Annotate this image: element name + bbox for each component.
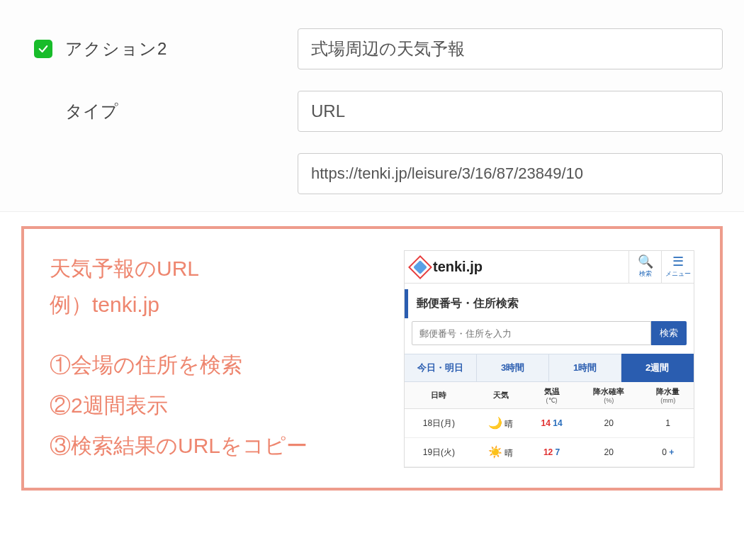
input-action-title[interactable] <box>298 28 723 69</box>
step-3: ③検索結果のURLをコピー <box>50 427 404 464</box>
table-header-row: 日時 天気 気温 (℃) 降水確率 (%) 降水量 (mm) <box>405 382 694 409</box>
cell-precip: 1 <box>642 409 694 438</box>
checkbox-action2[interactable] <box>34 40 52 58</box>
tenki-brand-text: tenki.jp <box>433 259 483 275</box>
menu-icon-button[interactable]: ☰ メニュー <box>661 251 694 283</box>
th-pop: 降水確率 (%) <box>575 382 642 409</box>
input-url[interactable] <box>298 153 723 194</box>
search-icon-button[interactable]: 🔍 検索 <box>629 251 661 283</box>
temp-high: 12 <box>543 447 553 457</box>
tab-2week[interactable]: 2週間 <box>621 354 694 382</box>
heading-line1: 天気予報のURL <box>50 250 404 286</box>
tenki-tabs: 今日・明日 3時間 1時間 2週間 <box>405 354 694 382</box>
tenki-preview: tenki.jp 🔍 検索 ☰ メニュー 郵便番号・住所検索 検索 今日・明日 … <box>404 250 694 468</box>
cell-weather: ☀️ 晴 <box>473 438 528 467</box>
th-weather: 天気 <box>473 382 528 409</box>
tenki-logo[interactable]: tenki.jp <box>405 251 629 283</box>
step-2: ②2週間表示 <box>50 387 404 423</box>
row-action: アクション2 <box>21 28 723 69</box>
cell-pop: 20 <box>575 409 642 438</box>
tenki-search-button[interactable]: 検索 <box>651 321 687 345</box>
panel-instructions: 天気予報のURL 例）tenki.jp ①会場の住所を検索 ②2週間表示 ③検索… <box>50 250 404 468</box>
step-1: ①会場の住所を検索 <box>50 347 404 383</box>
menu-icon-caption: メニュー <box>665 269 691 279</box>
moon-icon: 🌙 <box>488 417 502 429</box>
cell-date: 18日(月) <box>405 409 473 438</box>
table-row: 18日(月)🌙 晴14 14201 <box>405 409 694 438</box>
temp-high: 14 <box>541 418 551 428</box>
label-action2: アクション2 <box>65 38 167 60</box>
tenki-widget: tenki.jp 🔍 検索 ☰ メニュー 郵便番号・住所検索 検索 今日・明日 … <box>404 250 694 468</box>
check-icon <box>38 43 49 55</box>
hamburger-icon: ☰ <box>672 255 684 268</box>
weather-text: 晴 <box>505 419 513 429</box>
th-precip: 降水量 (mm) <box>642 382 694 409</box>
table-row: 19日(火)☀️ 晴12 7200 + <box>405 438 694 467</box>
cell-pop: 20 <box>575 438 642 467</box>
tenki-logo-icon <box>408 255 432 279</box>
tenki-section-title: 郵便番号・住所検索 <box>405 289 694 318</box>
expand-icon[interactable]: + <box>669 447 674 457</box>
label-type: タイプ <box>65 100 118 123</box>
row-type: タイプ <box>21 91 723 132</box>
form-section: アクション2 タイプ <box>0 0 744 212</box>
row-url <box>21 153 723 194</box>
tenki-forecast-table: 日時 天気 気温 (℃) 降水確率 (%) 降水量 (mm) <box>405 382 694 467</box>
weather-text: 晴 <box>505 448 513 458</box>
explanation-panel: 天気予報のURL 例）tenki.jp ①会場の住所を検索 ②2週間表示 ③検索… <box>21 226 723 491</box>
temp-low: 14 <box>553 418 562 428</box>
temp-low: 7 <box>556 447 560 457</box>
cell-temp: 14 14 <box>528 409 575 438</box>
sun-icon: ☀️ <box>488 446 502 458</box>
tenki-search-form: 検索 <box>405 321 694 354</box>
tenki-header: tenki.jp 🔍 検索 ☰ メニュー <box>405 251 694 284</box>
cell-precip: 0 + <box>642 438 694 467</box>
heading-line2: 例）tenki.jp <box>50 286 404 323</box>
th-temp: 気温 (℃) <box>528 382 575 409</box>
th-date: 日時 <box>405 382 473 409</box>
cell-date: 19日(火) <box>405 438 473 467</box>
input-type[interactable] <box>298 91 723 132</box>
tab-3h[interactable]: 3時間 <box>477 354 549 382</box>
magnifier-icon: 🔍 <box>638 255 653 268</box>
cell-weather: 🌙 晴 <box>473 409 528 438</box>
tab-today[interactable]: 今日・明日 <box>405 354 477 382</box>
tenki-search-input[interactable] <box>412 321 651 345</box>
tab-1h[interactable]: 1時間 <box>549 354 621 382</box>
search-icon-caption: 検索 <box>639 269 652 279</box>
cell-temp: 12 7 <box>528 438 575 467</box>
